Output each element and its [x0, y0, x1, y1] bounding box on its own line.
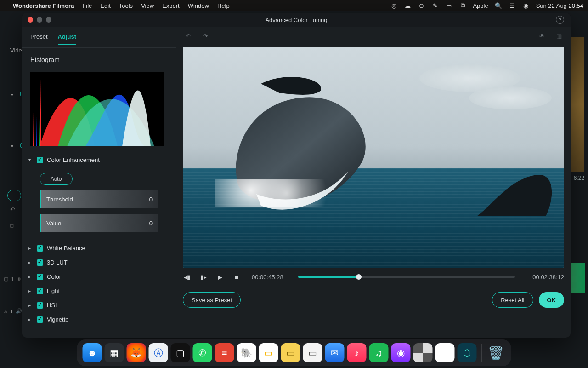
dock-finder-icon[interactable]: ☻ [83, 343, 102, 362]
dock-chrome-icon[interactable]: ◉ [435, 343, 455, 362]
playhead-time: 00:00:45:28 [252, 274, 283, 281]
menu-file[interactable]: File [82, 2, 92, 9]
threshold-value: 0 [149, 196, 153, 203]
menu-export[interactable]: Export [162, 2, 180, 9]
splash-graphic [215, 179, 334, 207]
status-apple-label[interactable]: Apple [473, 2, 488, 9]
bg-timeline-thumbs [570, 263, 585, 293]
play-icon[interactable]: ▶ [216, 274, 224, 281]
checkbox-color-enhancement[interactable] [37, 157, 43, 163]
dock-terminal-icon[interactable]: ▢ [171, 343, 190, 362]
dock-mail-icon[interactable]: ✉ [325, 343, 345, 362]
menu-tools[interactable]: Tools [119, 2, 133, 9]
status-sync-icon[interactable]: ◎ [390, 2, 397, 9]
ok-button[interactable]: OK [539, 292, 565, 308]
menubar-app-name[interactable]: Wondershare Filmora [13, 2, 74, 9]
menu-edit[interactable]: Edit [100, 2, 110, 9]
dock-chess-icon[interactable] [413, 343, 433, 362]
dock-notes-icon[interactable]: ▭ [259, 343, 278, 362]
status-pencil-icon[interactable]: ✎ [431, 2, 439, 9]
value-label: Value [46, 220, 61, 227]
value-value: 0 [149, 220, 153, 227]
status-link-icon[interactable]: ⧉ [459, 2, 466, 9]
group-white-balance: ▸White Balance [22, 241, 176, 255]
group-vignette: ▸Vignette [22, 312, 176, 327]
bg-preview-strip [571, 37, 584, 172]
bg-duplicate-icon[interactable]: ⧉ [10, 223, 14, 230]
bg-collapse-icon[interactable]: ▾ [11, 92, 13, 97]
spotlight-icon[interactable]: 🔍 [495, 2, 502, 9]
bg-undo-icon[interactable]: ↶ [10, 206, 15, 213]
redo-icon[interactable]: ↷ [200, 33, 210, 40]
undo-icon[interactable]: ↶ [183, 33, 193, 40]
dock-app-icon[interactable]: Ⓐ [149, 343, 168, 362]
dock-firefox-icon[interactable]: 🦊 [127, 343, 146, 362]
checkbox-vignette[interactable] [37, 316, 43, 323]
chevron-right-icon[interactable]: ▸ [28, 317, 33, 322]
before-after-icon[interactable]: ▥ [554, 33, 564, 40]
group-label: Color Enhancement [47, 156, 100, 163]
dock-filmora-icon[interactable]: ⬡ [458, 343, 477, 362]
compare-view-icon[interactable]: 👁 [537, 33, 547, 40]
reset-all-button[interactable]: Reset All [492, 292, 533, 308]
status-cloud-icon[interactable]: ☁ [404, 2, 411, 9]
bg-round-button[interactable] [7, 190, 21, 201]
checkbox-light[interactable] [37, 288, 43, 294]
dock-music-icon[interactable]: ♪ [347, 343, 367, 362]
chevron-right-icon[interactable]: ▸ [28, 274, 33, 279]
group-color-enhancement: ▾ Color Enhancement Auto Threshold 0 Val… [22, 154, 176, 241]
menubar-clock[interactable]: Sun 22 Aug 20:54 [536, 2, 583, 9]
status-play-icon[interactable]: ⊙ [418, 2, 425, 9]
threshold-slider[interactable]: Threshold 0 [40, 190, 158, 208]
playback-controls: ◂▮ ▮▸ ▶ ■ 00:00:45:28 00:02:38:12 [176, 268, 571, 286]
bg-duration-label: 6:22 [574, 175, 584, 181]
checkbox-3d-lut[interactable] [37, 259, 43, 266]
bg-collapse-icon-2[interactable]: ▾ [11, 144, 13, 149]
dock-libreoffice-icon[interactable]: ▭ [303, 343, 322, 362]
bg-audio-track-label: ♫1🔊 [4, 308, 22, 314]
window-titlebar[interactable]: Advanced Color Tuning ? [22, 13, 571, 27]
chevron-right-icon[interactable]: ▸ [28, 260, 33, 265]
dock-spotify-icon[interactable]: ♫ [369, 343, 389, 362]
histogram-label: Histogram [22, 48, 176, 68]
total-time: 00:02:38:12 [532, 274, 564, 281]
menu-window[interactable]: Window [188, 2, 209, 9]
step-back-icon[interactable]: ◂▮ [183, 274, 191, 281]
dock-trash-icon[interactable]: 🗑️ [486, 343, 506, 362]
dock-todoist-icon[interactable]: ≡ [215, 343, 234, 362]
auto-button[interactable]: Auto [40, 173, 73, 185]
playback-scrubber[interactable] [298, 276, 515, 278]
dock-podcasts-icon[interactable]: ◉ [391, 343, 411, 362]
stop-icon[interactable]: ■ [232, 274, 241, 281]
control-center-icon[interactable]: ☰ [509, 2, 516, 9]
checkbox-color[interactable] [37, 274, 43, 280]
dock-launchpad-icon[interactable]: ▦ [105, 343, 124, 362]
help-icon[interactable]: ? [556, 16, 564, 24]
siri-icon[interactable]: ◉ [522, 2, 530, 9]
video-preview[interactable] [183, 47, 564, 268]
checkbox-hsl[interactable] [37, 302, 43, 309]
chevron-right-icon[interactable]: ▸ [28, 288, 33, 293]
menu-view[interactable]: View [141, 2, 154, 9]
value-slider[interactable]: Value 0 [40, 214, 158, 232]
menu-help[interactable]: Help [217, 2, 230, 9]
dock-stickies-icon[interactable]: ▭ [281, 343, 300, 362]
chevron-right-icon[interactable]: ▸ [28, 246, 33, 251]
save-as-preset-button[interactable]: Save as Preset [183, 292, 241, 308]
scrubber-knob[interactable] [356, 274, 362, 280]
macos-dock: ☻ ▦ 🦊 Ⓐ ▢ ✆ ≡ 🐘 ▭ ▭ ▭ ✉ ♪ ♫ ◉ ◉ ⬡ 🗑️ [77, 339, 511, 366]
color-tuning-window: Advanced Color Tuning ? Preset Adjust Hi… [22, 13, 571, 338]
dock-separator [481, 344, 482, 362]
dock-whatsapp-icon[interactable]: ✆ [193, 343, 212, 362]
dock-evernote-icon[interactable]: 🐘 [237, 343, 256, 362]
tab-adjust[interactable]: Adjust [58, 33, 76, 45]
group-hsl: ▸HSL [22, 298, 176, 312]
window-title: Advanced Color Tuning [22, 17, 571, 23]
group-color: ▸Color [22, 270, 176, 284]
tab-preset[interactable]: Preset [30, 33, 48, 45]
chevron-down-icon[interactable]: ▾ [28, 157, 33, 162]
status-battery-icon[interactable]: ▭ [445, 2, 452, 9]
checkbox-white-balance[interactable] [37, 245, 43, 252]
step-forward-icon[interactable]: ▮▸ [199, 274, 208, 281]
chevron-right-icon[interactable]: ▸ [28, 303, 33, 308]
